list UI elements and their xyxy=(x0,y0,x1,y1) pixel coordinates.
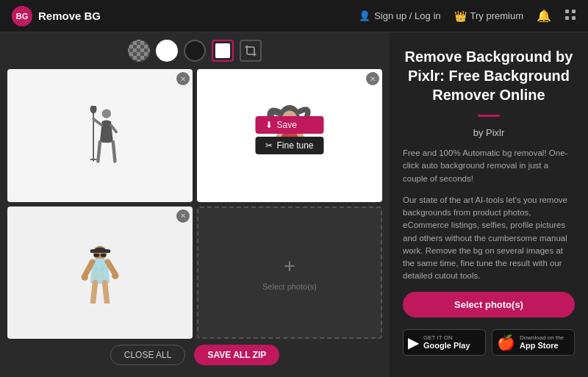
bg-black[interactable] xyxy=(184,40,206,62)
svg-point-31 xyxy=(112,273,118,279)
header: BG Remove BG 👤 Sign up / Log in 👑 Try pr… xyxy=(0,0,588,32)
google-play-icon: ▶ xyxy=(408,334,419,351)
header-right: 👤 Sign up / Log in 👑 Try premium 🔔 xyxy=(359,9,576,24)
apple-icon: 🍎 xyxy=(497,334,515,351)
add-photo-area[interactable]: + Select photo(s) xyxy=(197,207,382,340)
image-cell-1: ✕ xyxy=(7,69,193,202)
svg-rect-0 xyxy=(565,10,569,13)
panel-subtitle: by Pixlr xyxy=(403,127,575,138)
bell-icon[interactable]: 🔔 xyxy=(537,9,551,23)
save-all-button[interactable]: SAVE ALL ZIP xyxy=(194,345,279,365)
signup-link[interactable]: 👤 Sign up / Log in xyxy=(359,10,440,21)
app-store-text: Download on the App Store xyxy=(520,334,564,350)
svg-text:⚡ ⚡: ⚡ ⚡ xyxy=(93,273,105,279)
image-3-figure: ☆ ☆ ⚡ ⚡ xyxy=(76,241,124,304)
premium-link[interactable]: 👑 Try premium xyxy=(454,10,523,22)
panel-title: Remove Background by Pixlr: Free Backgro… xyxy=(403,47,575,104)
app-store-large: App Store xyxy=(520,341,564,350)
select-photos-button[interactable]: Select photo(s) xyxy=(403,292,575,317)
add-photo-label: Select photo(s) xyxy=(262,282,317,291)
svg-rect-22 xyxy=(100,254,106,257)
app-title: Remove BG xyxy=(38,10,101,22)
logo: BG xyxy=(12,6,32,26)
store-buttons: ▶ GET IT ON Google Play 🍎 Download on th… xyxy=(403,329,575,356)
svg-point-30 xyxy=(81,274,87,281)
user-icon: 👤 xyxy=(359,10,370,21)
svg-rect-1 xyxy=(572,10,576,13)
close-image-1[interactable]: ✕ xyxy=(176,72,190,85)
svg-line-8 xyxy=(98,142,100,162)
bg-square-btn[interactable] xyxy=(212,40,234,62)
svg-text:☆ ☆: ☆ ☆ xyxy=(93,265,104,272)
panel-divider xyxy=(478,115,500,117)
bg-selector xyxy=(128,40,262,62)
google-play-large: Google Play xyxy=(423,341,470,350)
header-left: BG Remove BG xyxy=(12,6,101,26)
bottom-bar: CLOSE ALL SAVE ALL ZIP xyxy=(110,339,280,370)
close-image-2[interactable]: ✕ xyxy=(366,72,379,85)
svg-line-9 xyxy=(113,142,115,162)
svg-rect-3 xyxy=(572,16,576,20)
panel-desc-1: Free and 100% Automatic bg removal! One-… xyxy=(403,147,575,185)
image-grid: ✕ xyxy=(7,69,382,339)
svg-rect-21 xyxy=(93,254,99,257)
svg-line-33 xyxy=(104,283,107,302)
main-content: ✕ xyxy=(0,32,588,377)
svg-point-6 xyxy=(90,106,97,114)
svg-rect-2 xyxy=(565,16,569,20)
image-1-figure xyxy=(78,106,122,165)
panel-desc-2: Our state of the art AI-tools let's you … xyxy=(403,194,575,283)
image-cell-4[interactable]: + Select photo(s) xyxy=(197,207,382,340)
svg-line-10 xyxy=(93,119,102,126)
plus-icon: + xyxy=(284,254,295,278)
app-store-small: Download on the xyxy=(520,334,564,341)
bg-square-inner xyxy=(215,43,230,58)
image-3-bg: ☆ ☆ ⚡ ⚡ xyxy=(7,207,193,340)
google-play-small: GET IT ON xyxy=(423,334,470,341)
bg-white[interactable] xyxy=(156,40,178,62)
svg-line-32 xyxy=(93,283,95,302)
grid-icon[interactable] xyxy=(564,9,576,24)
right-panel: Remove Background by Pixlr: Free Backgro… xyxy=(390,32,588,377)
save-button[interactable]: ⬇ Save xyxy=(255,116,323,134)
scissors-icon: ✂ xyxy=(265,140,273,151)
bg-checkered[interactable] xyxy=(128,40,150,62)
close-image-3[interactable]: ✕ xyxy=(176,209,190,223)
left-panel: ✕ xyxy=(0,32,390,377)
crop-button[interactable] xyxy=(240,40,262,62)
image-1-bg xyxy=(7,69,193,202)
image-cell-3: ☆ ☆ ⚡ ⚡ ✕ xyxy=(7,207,193,340)
svg-rect-20 xyxy=(90,250,110,254)
image-cell-2: ⬇ Save ✂ Fine tune ✕ xyxy=(197,69,382,202)
google-play-text: GET IT ON Google Play xyxy=(423,334,470,350)
svg-point-7 xyxy=(102,109,111,118)
close-all-button[interactable]: CLOSE ALL xyxy=(110,345,186,365)
app-store-button[interactable]: 🍎 Download on the App Store xyxy=(492,329,575,356)
crown-icon: 👑 xyxy=(454,10,467,22)
image-2-overlay: ⬇ Save ✂ Fine tune xyxy=(255,116,323,154)
google-play-button[interactable]: ▶ GET IT ON Google Play xyxy=(403,329,486,356)
fine-tune-button[interactable]: ✂ Fine tune xyxy=(255,137,323,154)
save-icon: ⬇ xyxy=(265,120,273,130)
